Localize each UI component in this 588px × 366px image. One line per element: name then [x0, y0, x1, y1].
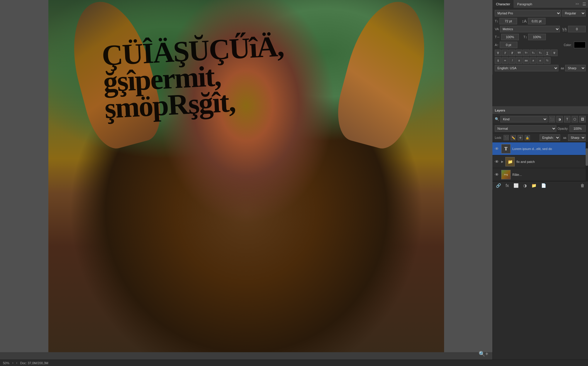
lock-row: Lock: ⬛ ✏️ ✛ 🔒 English: USA aa Sharp [492, 133, 588, 142]
font-style-select[interactable]: Regular [562, 10, 586, 16]
layer-item-image[interactable]: 👁 img Rãte... [492, 168, 588, 181]
layer-item-folder[interactable]: 👁 ▶ 📁 fix and patch [492, 155, 588, 168]
zoom-forward-arrow[interactable]: › [12, 361, 13, 365]
aa-label-layers: aa [563, 136, 566, 139]
lock-label: Lock: [495, 136, 502, 139]
adjustment-filter-btn[interactable]: ◑ [556, 116, 563, 122]
expand-folder-icon[interactable]: ▶ [501, 160, 504, 163]
small-caps-button[interactable]: TT [523, 50, 529, 56]
kind-select[interactable]: Kind [500, 116, 548, 122]
old-ligature-button[interactable]: ∞ [502, 57, 508, 64]
lock-position-btn[interactable]: ✛ [518, 135, 523, 140]
ordinal-button[interactable]: st [537, 57, 543, 64]
layer-name-image: Rãte... [512, 173, 586, 176]
horizontal-scale-input[interactable] [501, 34, 519, 40]
tab-character[interactable]: Character [492, 0, 514, 8]
panel-expand-icon[interactable]: >> [574, 1, 581, 7]
superscript-button[interactable]: T1 [530, 50, 536, 56]
panel-menu-icon[interactable]: ☰ [581, 1, 588, 8]
new-layer-button[interactable]: 📄 [540, 183, 547, 188]
contextual-alt-button[interactable]: a [530, 57, 536, 64]
swash-button[interactable]: ǃ [509, 57, 515, 64]
opacity-input[interactable] [570, 125, 586, 132]
layer-actions: 🔗 fx ⬜ ◑ 📁 📄 🗑 [492, 181, 588, 190]
blend-mode-row: Normal Opacity: [492, 124, 588, 133]
italic-button[interactable]: T [502, 50, 508, 56]
anti-alias-select[interactable]: Sharp [565, 65, 586, 71]
kerning-select[interactable]: Metrics [500, 26, 560, 32]
visibility-icon-text[interactable]: 👁 [495, 146, 499, 151]
font-family-select[interactable]: Myriad Pro [495, 10, 561, 16]
strikethrough-button[interactable]: T [551, 50, 558, 56]
stylistic-alt-button[interactable]: α [516, 57, 522, 64]
baseline-icon: A↑ [495, 43, 499, 47]
delete-layer-button[interactable]: 🗑 [579, 183, 586, 188]
opacity-label: Opacity: [558, 127, 568, 130]
kerning-row: VA Metrics V̲A̲ [495, 26, 586, 32]
layers-header: Layers [492, 106, 588, 114]
canvas-image: ÇÜÎÄŞŬÇŰîÄ, ğşîpermit, şmöpRşğît, [48, 0, 444, 352]
language-select[interactable]: English: USA [495, 65, 558, 71]
baseline-row: A↑ Color: [495, 42, 586, 48]
character-panel-content: Myriad Pro Regular T↕ ↕A VA Metrics [492, 8, 588, 75]
layer-item-text[interactable]: 👁 T Lorem ipsum d...elit, sed do [492, 142, 588, 155]
ligature-button[interactable]: fi [495, 57, 501, 64]
zoom-icon[interactable]: 🔍+ [479, 351, 488, 357]
canvas-area: ÇÜÎÄŞŬÇŰîÄ, ğşîpermit, şmöpRşğît, [0, 0, 492, 352]
lock-image-btn[interactable]: ✏️ [511, 135, 516, 140]
scale-row: T↔ T↕ [495, 34, 586, 40]
type-filter-btn[interactable]: T [564, 116, 570, 122]
scrollbar-thumb [586, 148, 588, 166]
lock-all-btn[interactable]: 🔒 [525, 135, 530, 140]
font-size-row: T↕ ↕A [495, 18, 586, 24]
new-group-button[interactable]: 📁 [530, 183, 538, 188]
baseline-input[interactable] [500, 42, 517, 48]
visibility-icon-folder[interactable]: 👁 [495, 159, 499, 164]
kerning-icon: VA [495, 27, 499, 31]
image-filter-btn[interactable]: 🖼 [579, 116, 586, 122]
color-label: Color: [564, 43, 572, 47]
layers-list: 👁 T Lorem ipsum d...elit, sed do 👁 ▶ 📁 f… [492, 142, 588, 181]
layer-name-text: Lorem ipsum d...elit, sed do [512, 147, 586, 151]
horizontal-scale-icon: T↔ [495, 35, 500, 39]
bold-button[interactable]: T [495, 50, 501, 56]
all-caps-button[interactable]: TT [516, 50, 522, 56]
tab-paragraph[interactable]: Paragraph [514, 0, 536, 8]
layers-panel: Layers 🔍 Kind ⬛ ◑ T ⬡ 🖼 Normal Opacity: … [492, 106, 588, 190]
zoom-back-arrow[interactable]: ‹ [16, 361, 17, 365]
text-style-row: T T T TT TT T1 T1 T T [495, 50, 586, 56]
tracking-icon: V̲A̲ [562, 27, 567, 31]
tracking-input[interactable] [568, 26, 586, 32]
vertical-scale-input[interactable] [528, 34, 546, 40]
color-swatch[interactable] [574, 42, 586, 48]
language-row: English: USA aa Sharp [495, 65, 586, 71]
leading-icon: ↕A [522, 19, 526, 23]
visibility-icon-image[interactable]: 👁 [495, 172, 499, 177]
sharp-select-layers[interactable]: Sharp [568, 134, 586, 141]
type-features-row: fi ∞ ǃ α aa a st ½ [495, 57, 586, 64]
adjustment-button[interactable]: ◑ [522, 183, 528, 188]
font-size-input[interactable] [499, 18, 517, 24]
canvas-text-overlay: ÇÜÎÄŞŬÇŰîÄ, ğşîpermit, şmöpRşğît, [101, 41, 283, 123]
underline-button[interactable]: T [544, 50, 550, 56]
subscript-button[interactable]: T1 [537, 50, 543, 56]
layers-filter-row: 🔍 Kind ⬛ ◑ T ⬡ 🖼 [492, 114, 588, 124]
pixel-filter-btn[interactable]: ⬛ [549, 116, 555, 122]
font-family-row: Myriad Pro Regular [495, 10, 586, 16]
fill-select[interactable]: English: USA [540, 134, 560, 141]
leading-input[interactable] [528, 18, 545, 24]
lock-transparent-btn[interactable]: ⬛ [504, 135, 509, 140]
panel-tabs: Character Paragraph >> ☰ [492, 0, 588, 8]
layer-thumb-image: img [501, 170, 511, 179]
fraction-button[interactable]: ½ [544, 57, 550, 64]
fx-button[interactable]: fx [504, 183, 510, 188]
link-layers-button[interactable]: 🔗 [495, 183, 502, 188]
layers-scrollbar[interactable] [586, 142, 588, 181]
bold-italic-button[interactable]: T [509, 50, 515, 56]
titling-alt-button[interactable]: aa [523, 57, 529, 64]
layers-title: Layers [495, 109, 505, 112]
blend-mode-select[interactable]: Normal [495, 125, 556, 132]
mask-button[interactable]: ⬜ [512, 183, 520, 188]
shape-filter-btn[interactable]: ⬡ [572, 116, 578, 122]
status-bar: 50% › ‹ Doc: 37,0M/200,3M [0, 360, 588, 366]
